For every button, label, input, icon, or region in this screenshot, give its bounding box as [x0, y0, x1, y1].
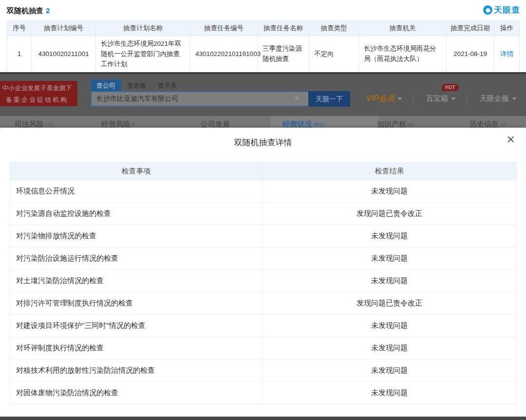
- check-item: 对污染源自动监控设施的检查: [10, 203, 263, 225]
- nav-divider: [467, 95, 467, 103]
- search-tab-relation[interactable]: 查关系: [152, 79, 183, 91]
- enterprise-service-label: 天眼企服: [480, 94, 509, 102]
- tab-count: 999+: [313, 122, 325, 128]
- inspection-list-section: 双随机抽查2 天眼查 序号 抽查计划编号 抽查计划名称 抽查任务编号 抽查任务名…: [0, 0, 526, 72]
- tab-count: 9: [132, 122, 135, 128]
- check-item: 对核技术利用的放射性污染防治情况的检查: [10, 360, 263, 382]
- tab-label: 知识产权: [377, 120, 406, 128]
- cell-finish-date: 2021-08-19: [447, 36, 494, 73]
- band-top-line: [0, 72, 526, 74]
- table-row: 对土壤污染防治情况的检查未发现问题: [10, 270, 517, 292]
- inspection-list-table: 序号 抽查计划编号 抽查计划名称 抽查任务编号 抽查任务名称 抽查类型 抽查机关…: [7, 20, 520, 73]
- toolbox-label: 百宝箱: [426, 94, 448, 102]
- chevron-down-icon: [512, 97, 517, 100]
- section-count: 2: [46, 6, 50, 15]
- tab-label: 司法风险: [15, 120, 44, 128]
- chevron-down-icon: [451, 97, 456, 100]
- detail-header-row: 检查事项 检查结果: [10, 163, 517, 180]
- check-item: 对排污许可管理制度执行情况的检查: [10, 292, 263, 315]
- search-button[interactable]: 天眼一下: [308, 91, 350, 107]
- bottom-dimmed-strip: [0, 417, 526, 420]
- cell-plan-name: 长沙市生态环境局2021年双随机一公开监管部门内抽查工作计划: [96, 36, 190, 73]
- col-plan-no: 抽查计划编号: [32, 21, 96, 36]
- check-result: 未发现问题: [263, 337, 517, 360]
- chevron-down-icon: [397, 97, 402, 100]
- check-item: 对土壤污染防治情况的检查: [10, 270, 263, 292]
- nav-vip[interactable]: VIP会员: [366, 94, 402, 104]
- search-tabs: 查公司 查老板 查关系: [91, 79, 183, 91]
- col-authority: 抽查机关: [359, 21, 447, 36]
- col-finish-date: 抽查完成日期: [447, 21, 494, 36]
- modal-title: 双随机抽查详情: [0, 137, 526, 148]
- check-result: 未发现问题: [263, 225, 517, 248]
- check-result: 发现问题已责令改正: [263, 292, 517, 315]
- nav-toolbox[interactable]: HOT 百宝箱: [426, 94, 456, 103]
- cell-plan-no: 43010020211001: [32, 36, 96, 73]
- clear-icon[interactable]: ✕: [294, 95, 300, 102]
- check-item: 对污染防治设施运行情况的检查: [10, 248, 263, 270]
- tianyancha-logo-icon: [483, 5, 492, 15]
- table-row: 对环评制度执行情况的检查未发现问题: [10, 337, 517, 360]
- table-row: 对建设项目环境保护"三同时"情况的检查未发现问题: [10, 315, 517, 337]
- search-input[interactable]: [91, 91, 308, 107]
- tab-count: 150: [45, 122, 54, 128]
- promo-badge: 中小企业发展子基金旗下 备案企业征信机构: [0, 81, 77, 106]
- cell-no: 1: [7, 36, 32, 73]
- brand-logo: 天眼查: [483, 4, 520, 16]
- close-icon[interactable]: ✕: [507, 134, 515, 145]
- check-result: 未发现问题: [263, 180, 517, 203]
- brand-name: 天眼查: [494, 4, 520, 16]
- check-item: 对环评制度执行情况的检查: [10, 337, 263, 360]
- check-result: 未发现问题: [263, 315, 517, 337]
- nav-divider: [413, 95, 413, 103]
- check-result: 未发现问题: [263, 270, 517, 292]
- hot-badge: HOT: [442, 84, 459, 91]
- table-row: 对核技术利用的放射性污染防治情况的检查未发现问题: [10, 360, 517, 382]
- cell-authority: 长沙市生态环境局雨花分局（雨花执法大队）: [359, 36, 447, 73]
- check-result: 发现问题已责令改正: [263, 203, 517, 225]
- check-result: 未发现问题: [263, 248, 517, 270]
- dimmed-header-band: 中小企业发展子基金旗下 备案企业征信机构 查公司 查老板 查关系 ✕ 天眼一下 …: [0, 72, 526, 128]
- tab-count: 84: [500, 122, 506, 128]
- section-title: 双随机抽查2: [7, 6, 50, 16]
- tab-label: 经营风险: [101, 120, 131, 128]
- nav-enterprise-service[interactable]: 天眼企服: [480, 94, 517, 103]
- search-tab-boss[interactable]: 查老板: [121, 79, 152, 91]
- detail-link[interactable]: 详情: [500, 50, 513, 57]
- vip-label: VIP会员: [366, 94, 394, 102]
- list-header-row: 序号 抽查计划编号 抽查计划名称 抽查任务编号 抽查任务名称 抽查类型 抽查机关…: [7, 21, 520, 36]
- header-nav: VIP会员 HOT 百宝箱 天眼企服: [366, 94, 522, 104]
- check-result: 未发现问题: [263, 360, 517, 382]
- tab-label: 公司发展: [201, 120, 230, 128]
- table-row: 1 43010020211001 长沙市生态环境局2021年双随机一公开监管部门…: [7, 36, 520, 73]
- table-row: 对污染物排放情况的检查未发现问题: [10, 225, 517, 248]
- tab-label: 历史信息: [470, 120, 499, 128]
- col-plan-name: 抽查计划名称: [96, 21, 190, 36]
- promo-line1: 中小企业发展子基金旗下: [0, 82, 77, 94]
- col-type: 抽查类型: [309, 21, 359, 36]
- check-result: 未发现问题: [263, 382, 517, 404]
- table-row: 对污染源自动监控设施的检查发现问题已责令改正: [10, 203, 517, 225]
- check-item: 对建设项目环境保护"三同时"情况的检查: [10, 315, 263, 337]
- promo-line2: 备案企业征信机构: [0, 94, 77, 106]
- table-row: 对固体废物污染防治情况的检查未发现问题: [10, 382, 517, 404]
- col-task-no: 抽查任务编号: [190, 21, 258, 36]
- section-title-text: 双随机抽查: [7, 6, 43, 15]
- col-no: 序号: [7, 21, 32, 36]
- table-row: 对污染防治设施运行情况的检查未发现问题: [10, 248, 517, 270]
- table-row: 对排污许可管理制度执行情况的检查发现问题已责令改正: [10, 292, 517, 315]
- check-item: 对污染物排放情况的检查: [10, 225, 263, 248]
- screen: 双随机抽查2 天眼查 序号 抽查计划编号 抽查计划名称 抽查任务编号 抽查任务名…: [0, 0, 526, 420]
- table-row: 环境信息公开情况未发现问题: [10, 180, 517, 203]
- check-item: 对固体废物污染防治情况的检查: [10, 382, 263, 404]
- cell-task-name: 三季度污染源随机抽查: [258, 36, 309, 73]
- check-item: 环境信息公开情况: [10, 180, 263, 203]
- search-tab-company[interactable]: 查公司: [91, 79, 121, 91]
- col-check-item: 检查事项: [10, 163, 263, 180]
- cell-task-no: 430102202101191003: [190, 36, 258, 73]
- col-check-result: 检查结果: [263, 163, 517, 180]
- inspection-detail-table: 检查事项 检查结果 环境信息公开情况未发现问题 对污染源自动监控设施的检查发现问…: [10, 162, 517, 404]
- col-action: 操作: [494, 21, 520, 36]
- company-section-tabs: 司法风险150 经营风险9 公司发展 经营状况999+ 知识产权84 历史信息8…: [0, 116, 526, 128]
- cell-type: 不定向: [309, 36, 359, 73]
